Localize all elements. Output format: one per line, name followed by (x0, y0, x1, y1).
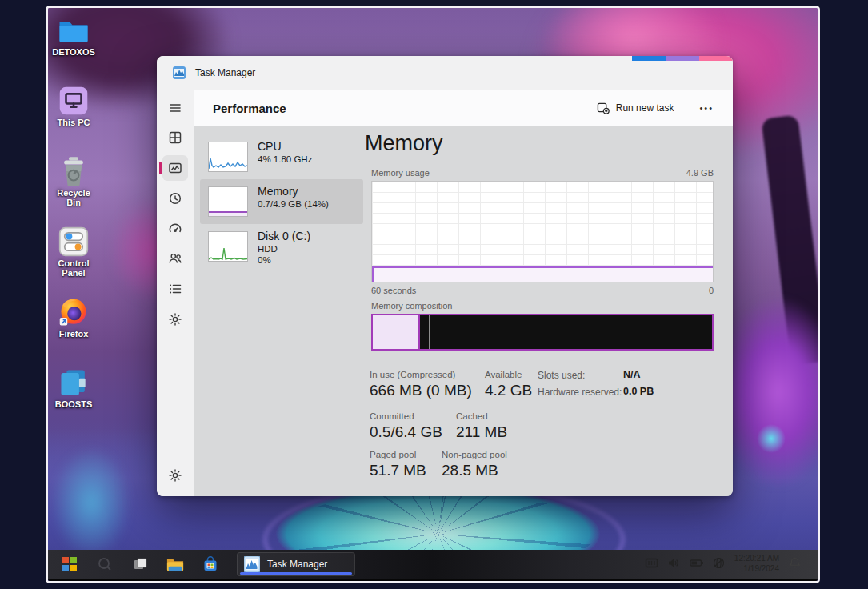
network-globe-icon[interactable] (712, 556, 726, 571)
desktop-icon-recycle-bin[interactable]: Recycle Bin (50, 151, 97, 222)
window-titlebar[interactable]: Task Manager (157, 56, 733, 90)
desktop-icon-control-panel[interactable]: Control Panel (50, 222, 97, 292)
system-tray: 12:20:21 AM 1/19/2024 (645, 550, 802, 576)
startup-apps-icon (168, 222, 182, 236)
stat-label: Available (485, 370, 522, 379)
page-title: Performance (213, 102, 286, 115)
search-icon (97, 556, 113, 572)
stat-label: Cached (456, 411, 488, 421)
memory-usage-fill (372, 266, 713, 282)
perf-item-title: CPU (258, 140, 312, 153)
side-stat-value: N/A (623, 369, 641, 380)
perf-item-title: Memory (258, 185, 329, 198)
sidebar-item-app-history[interactable] (162, 186, 188, 211)
store-icon (202, 556, 218, 572)
sidebar-item-settings[interactable] (162, 463, 188, 488)
perf-item-memory[interactable]: Memory 0.7/4.9 GB (14%) (200, 179, 363, 224)
desktop-icon-boosts[interactable]: BOOSTS (50, 363, 97, 433)
clock-date: 1/19/2024 (734, 563, 779, 574)
desktop-icon-firefox[interactable]: Firefox (50, 292, 97, 363)
desktop-icon-label: Firefox (59, 329, 89, 339)
perf-item-cpu[interactable]: CPU 4% 1.80 GHz (200, 134, 363, 179)
perf-item-title: Disk 0 (C:) (258, 230, 310, 242)
users-icon (168, 251, 182, 266)
settings-gear-icon (168, 468, 182, 483)
stat-value: 0.5/6.4 GB (370, 423, 442, 441)
active-app-indicator (240, 572, 352, 575)
folder-box-icon (57, 367, 90, 399)
sidebar-item-details[interactable] (162, 276, 188, 302)
stat-label: Non-paged pool (442, 450, 507, 459)
sidebar-item-services[interactable] (162, 307, 188, 332)
sidebar-item-processes[interactable] (162, 125, 188, 150)
wallpaper-trunk (761, 114, 820, 365)
recycle-bin-icon (57, 155, 90, 187)
more-options-button[interactable]: ••• (693, 98, 720, 118)
start-button[interactable] (56, 552, 83, 576)
axis-left-label: 60 seconds (371, 286, 416, 295)
desktop-icon-this-pc[interactable]: This PC (50, 81, 97, 151)
memory-panel-title: Memory (365, 131, 443, 156)
accent-purple (666, 56, 699, 61)
stat-value: 211 MB (456, 423, 507, 441)
side-stat-label: Hardware reserved: (538, 387, 622, 398)
control-panel-icon (57, 226, 90, 258)
memory-graph-axis: 60 seconds 0 (371, 286, 714, 295)
perf-item-sub2: 0% (258, 255, 310, 265)
task-manager-taskbar-icon (244, 556, 260, 572)
touch-keyboard-icon[interactable] (645, 556, 659, 571)
disk-sparkline (208, 231, 248, 262)
folder-blue-icon (57, 14, 90, 46)
memory-sparkline (208, 186, 248, 217)
details-icon (168, 282, 182, 296)
sidebar-item-users[interactable] (162, 246, 188, 271)
memory-composition-label: Memory composition (371, 301, 452, 311)
run-new-task-label: Run new task (616, 102, 674, 114)
window-title: Task Manager (195, 67, 255, 78)
perf-item-sub: HDD (258, 244, 310, 254)
windows-logo-icon (62, 557, 77, 571)
search-button[interactable] (91, 552, 118, 576)
composition-in-use-segment (373, 315, 420, 349)
sidebar-item-startup-apps[interactable] (162, 216, 188, 242)
taskbar-clock[interactable]: 12:20:21 AM 1/19/2024 (734, 553, 779, 574)
performance-content: CPU 4% 1.80 GHz Memory 0.7/4.9 GB (14%) (194, 126, 733, 496)
side-stat-label: Slots used: (538, 370, 585, 381)
app-history-icon (168, 191, 182, 206)
file-explorer-button[interactable] (162, 552, 189, 576)
desktop-icon-detoxos[interactable]: DETOXOS (50, 10, 97, 81)
performance-icon (168, 161, 182, 175)
page-header: Performance Run new task ••• (194, 90, 733, 126)
stat-value: 666 MB (0 MB) (370, 382, 472, 399)
microsoft-store-button[interactable] (197, 552, 224, 576)
processes-icon (168, 130, 182, 145)
task-manager-window: Task Manager (157, 56, 733, 496)
stat-value: 28.5 MB (442, 462, 498, 479)
desktop-icon-label: This PC (58, 118, 90, 127)
task-view-button[interactable] (126, 552, 154, 576)
volume-icon[interactable] (667, 556, 682, 571)
selection-accent-bar (159, 162, 162, 174)
desktop-icon-label: Recycle Bin (50, 188, 97, 208)
hamburger-menu-button[interactable] (162, 95, 188, 121)
monitor-screen: DETOXOS This PC Recycle Bin Control Pane… (46, 6, 820, 583)
wallpaper-glow-left (51, 447, 131, 559)
tm-sidebar (157, 90, 194, 496)
hamburger-icon (168, 101, 182, 115)
memory-scale-max: 4.9 GB (686, 168, 714, 178)
services-icon (168, 312, 182, 327)
run-new-task-icon (597, 102, 610, 114)
run-new-task-button[interactable]: Run new task (589, 96, 682, 120)
desktop-icon-label: BOOSTS (55, 399, 92, 409)
perf-item-disk[interactable]: Disk 0 (C:) HDD 0% (200, 224, 363, 280)
battery-icon[interactable] (690, 556, 704, 571)
notifications-bell-icon[interactable] (787, 556, 802, 571)
memory-usage-label: Memory usage (371, 168, 430, 178)
clock-time: 12:20:21 AM (734, 553, 779, 563)
taskbar-item-label: Task Manager (267, 559, 327, 570)
taskbar-item-task-manager[interactable]: Task Manager (237, 552, 355, 576)
sidebar-item-performance[interactable] (162, 155, 188, 181)
stat-value: 51.7 MB (370, 462, 426, 479)
axis-right-label: 0 (709, 286, 714, 295)
accent-blue (632, 56, 666, 61)
